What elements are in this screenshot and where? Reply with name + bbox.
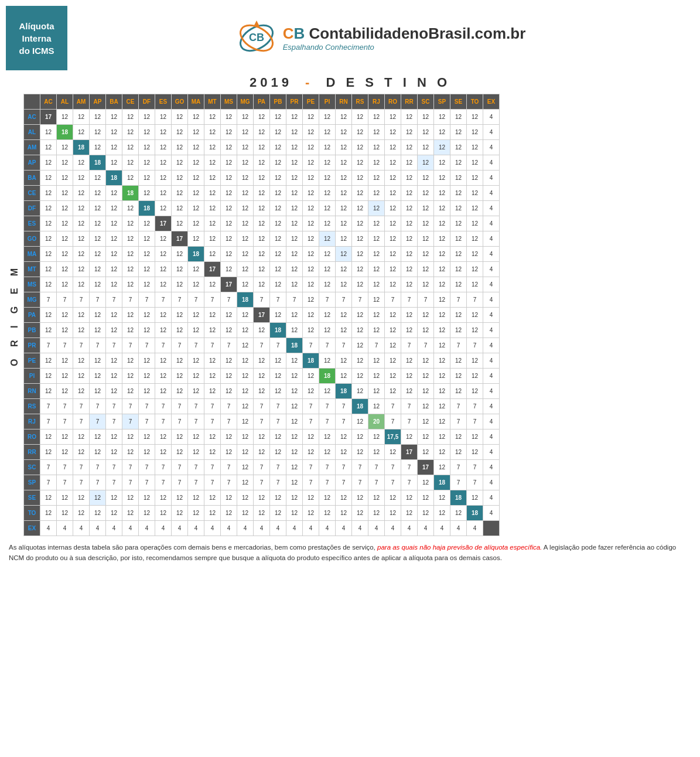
cell-mg-15: 7 — [286, 292, 303, 308]
cell-ex-4: 4 — [106, 521, 122, 536]
cell-rj-14: 7 — [270, 414, 286, 429]
cell-ma-9: 18 — [188, 247, 204, 262]
cell-ma-11: 12 — [221, 247, 237, 262]
cell-sp-26: 7 — [467, 475, 483, 490]
cell-sp-16: 7 — [303, 475, 319, 490]
cell-to-22: 12 — [401, 506, 418, 521]
cell-mg-17: 7 — [319, 292, 336, 308]
cell-am-24: 12 — [434, 140, 450, 155]
cell-ex-17: 4 — [319, 521, 336, 536]
cell-se-15: 12 — [286, 490, 303, 506]
cell-mt-14: 12 — [270, 262, 286, 277]
cell-ro-0: 12 — [40, 429, 57, 445]
cell-rs-6: 7 — [139, 399, 155, 414]
cell-pe-20: 12 — [368, 353, 385, 369]
row-header-ac: AC — [24, 110, 40, 125]
cell-mg-18: 7 — [336, 292, 352, 308]
cell-pe-2: 12 — [73, 353, 90, 369]
cell-ms-24: 12 — [434, 277, 450, 292]
cell-df-3: 12 — [90, 201, 106, 216]
col-rs: RS — [352, 94, 368, 110]
cell-pa-16: 12 — [303, 308, 319, 323]
cell-rr-5: 12 — [122, 445, 139, 460]
table-row: EX444444444444444444444444444 — [24, 521, 500, 536]
row-header-mt: MT — [24, 262, 40, 277]
cell-pe-18: 12 — [336, 353, 352, 369]
cell-df-4: 12 — [106, 201, 122, 216]
table-row: SE12121212121212121212121212121212121212… — [24, 490, 500, 506]
cell-go-26: 12 — [467, 231, 483, 247]
cell-mt-0: 12 — [40, 262, 57, 277]
cell-to-23: 12 — [418, 506, 434, 521]
cell-go-13: 12 — [254, 231, 270, 247]
cell-pa-19: 12 — [352, 308, 368, 323]
cell-pr-21: 12 — [385, 338, 401, 353]
cell-pr-17: 7 — [319, 338, 336, 353]
cell-rj-17: 7 — [319, 414, 336, 429]
col-es: ES — [155, 94, 172, 110]
cell-rj-27: 4 — [483, 414, 500, 429]
cell-ms-25: 12 — [450, 277, 467, 292]
cell-pb-15: 12 — [286, 323, 303, 338]
cell-se-12: 12 — [237, 490, 254, 506]
cell-ce-23: 12 — [418, 186, 434, 201]
cell-al-7: 12 — [155, 125, 172, 140]
cell-am-21: 12 — [385, 140, 401, 155]
cell-ba-13: 12 — [254, 171, 270, 186]
cell-sp-14: 7 — [270, 475, 286, 490]
cell-rj-6: 7 — [139, 414, 155, 429]
cell-rn-0: 12 — [40, 384, 57, 399]
col-pr: PR — [286, 94, 303, 110]
cell-am-10: 12 — [204, 140, 221, 155]
cell-ro-15: 12 — [286, 429, 303, 445]
cell-rj-18: 7 — [336, 414, 352, 429]
cell-mg-13: 7 — [254, 292, 270, 308]
cell-sc-17: 7 — [319, 460, 336, 475]
corner-cell — [24, 94, 40, 110]
cell-rr-12: 12 — [237, 445, 254, 460]
cell-pa-18: 12 — [336, 308, 352, 323]
cell-ro-18: 12 — [336, 429, 352, 445]
cell-pb-16: 12 — [303, 323, 319, 338]
cell-go-18: 12 — [336, 231, 352, 247]
col-df: DF — [139, 94, 155, 110]
row-header-ex: EX — [24, 521, 40, 536]
cell-go-6: 12 — [139, 231, 155, 247]
cell-pe-17: 12 — [319, 353, 336, 369]
cell-ms-20: 12 — [368, 277, 385, 292]
cell-pi-12: 12 — [237, 369, 254, 384]
cell-rr-15: 12 — [286, 445, 303, 460]
cell-ba-17: 12 — [319, 171, 336, 186]
cell-rs-5: 7 — [122, 399, 139, 414]
cell-go-20: 12 — [368, 231, 385, 247]
cell-to-26: 18 — [467, 506, 483, 521]
header-left-label: AlíquotaInternado ICMS — [6, 6, 67, 70]
cell-rr-1: 12 — [57, 445, 73, 460]
cell-pb-19: 12 — [352, 323, 368, 338]
cell-mt-19: 12 — [352, 262, 368, 277]
cell-ce-7: 12 — [155, 186, 172, 201]
cell-ma-27: 4 — [483, 247, 500, 262]
cell-se-23: 12 — [418, 490, 434, 506]
cell-pi-11: 12 — [221, 369, 237, 384]
col-rr: RR — [401, 94, 418, 110]
cell-rj-16: 7 — [303, 414, 319, 429]
cell-ro-16: 12 — [303, 429, 319, 445]
cell-pe-1: 12 — [57, 353, 73, 369]
cell-df-2: 12 — [73, 201, 90, 216]
cell-rn-8: 12 — [172, 384, 188, 399]
cell-es-21: 12 — [385, 216, 401, 231]
cell-ba-10: 12 — [204, 171, 221, 186]
cell-rn-25: 12 — [450, 384, 467, 399]
cell-al-8: 12 — [172, 125, 188, 140]
cell-ma-24: 12 — [434, 247, 450, 262]
cell-pr-13: 7 — [254, 338, 270, 353]
cell-al-16: 12 — [303, 125, 319, 140]
cell-ba-15: 12 — [286, 171, 303, 186]
cell-pr-6: 7 — [139, 338, 155, 353]
cell-pi-0: 12 — [40, 369, 57, 384]
cell-rs-19: 18 — [352, 399, 368, 414]
year-destino: 2019 - D E S T I N O — [6, 75, 694, 90]
cell-es-15: 12 — [286, 216, 303, 231]
table-row: SP77777777777712771277777771218774 — [24, 475, 500, 490]
